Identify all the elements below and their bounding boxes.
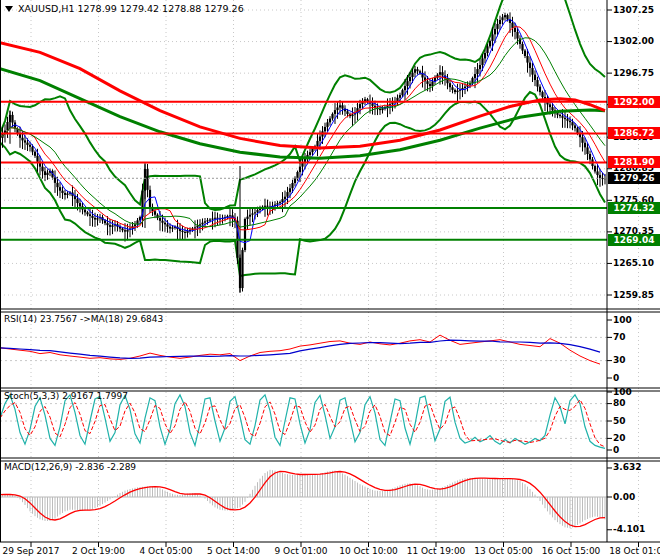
symbol-dropdown-icon[interactable] (5, 6, 13, 12)
price-axis-tick: 1265.10 (613, 258, 654, 268)
chart-window: XAUUSD,H1 1278.99 1279.42 1278.88 1279.2… (0, 0, 660, 560)
macd-axis-tick: 0.00 (613, 492, 635, 502)
level-price-label: 1286.72 (608, 127, 660, 139)
time-axis-label: 9 Oct 01:00 (275, 546, 328, 556)
time-axis-label: 11 Oct 19:00 (407, 546, 466, 556)
stoch-axis-tick: 20 (613, 433, 626, 443)
stoch-axis-tick: 100 (613, 387, 632, 397)
time-axis-label: 10 Oct 10:00 (339, 546, 398, 556)
time-axis-label: 5 Oct 14:00 (207, 546, 260, 556)
rsi-axis-tick: 70 (613, 332, 626, 342)
rsi-axis-tick: 100 (613, 315, 632, 325)
stoch-axis-tick: 50 (613, 416, 626, 426)
time-axis-label: 16 Oct 15:00 (542, 546, 601, 556)
rsi-indicator-label: RSI(14) 23.7567 ->MA(18) 29.6843 (4, 314, 163, 324)
stoch-axis-tick: 80 (613, 398, 626, 408)
stoch-indicator-label: Stoch(5,3,3) 2.9167 1.7997 (4, 391, 128, 401)
chart-canvas[interactable] (0, 0, 660, 560)
chart-title: XAUUSD,H1 1278.99 1279.42 1278.88 1279.2… (18, 3, 244, 14)
time-axis-label: 18 Oct 01:00 (609, 546, 660, 556)
level-price-label: 1292.00 (608, 96, 660, 108)
macd-axis-tick: -4.101 (613, 524, 645, 534)
rsi-axis-tick: 0 (613, 373, 619, 383)
time-axis-label: 13 Oct 05:00 (474, 546, 533, 556)
time-axis-label: 2 Oct 19:00 (72, 546, 125, 556)
stoch-axis-tick: 0 (613, 445, 619, 455)
time-axis-label: 4 Oct 05:00 (140, 546, 193, 556)
level-price-label: 1281.90 (608, 156, 660, 168)
macd-indicator-label: MACD(12,26,9) -2.836 -2.289 (4, 462, 136, 472)
level-price-label: 1274.32 (608, 202, 660, 214)
price-axis-tick: 1296.75 (613, 68, 654, 78)
macd-axis-tick: 3.632 (613, 462, 641, 472)
time-axis-label: 29 Sep 2017 (2, 546, 59, 556)
price-axis-tick: 1259.85 (613, 290, 654, 300)
rsi-axis-tick: 30 (613, 355, 626, 365)
current-price-label: 1279.26 (608, 172, 660, 184)
price-axis-tick: 1302.00 (613, 36, 654, 46)
price-axis-tick: 1307.25 (613, 5, 654, 15)
level-price-label: 1269.04 (608, 234, 660, 246)
chart-title-bar: XAUUSD,H1 1278.99 1279.42 1278.88 1279.2… (5, 3, 244, 14)
